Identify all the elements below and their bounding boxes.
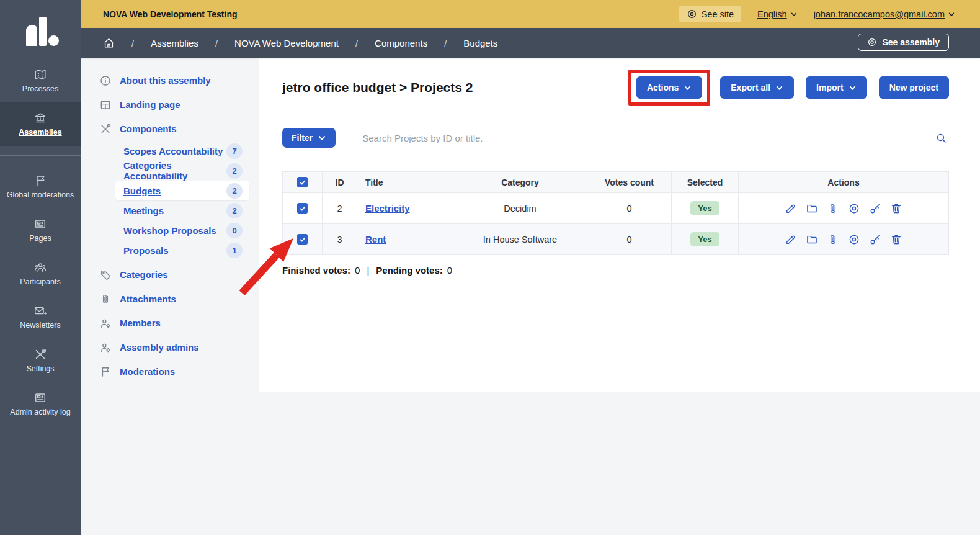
topbar: NOVA Web Development Testing See site En… [81, 0, 980, 28]
sidebar-item-participants[interactable]: Participants [0, 252, 81, 295]
submenu-item-categories[interactable]: Categories [81, 263, 259, 287]
project-title-link[interactable]: Rent [365, 234, 386, 245]
finished-votes-label: Finished votes: [282, 265, 350, 276]
sidebar-item-global-moderations[interactable]: Global moderations [0, 165, 81, 209]
see-site-label: See site [702, 9, 734, 19]
row-checkbox[interactable] [297, 234, 308, 245]
submenu-item-label: Members [120, 318, 161, 328]
user-menu-dropdown[interactable]: johan.francocampos@gmail.com [814, 9, 955, 19]
trash-icon[interactable] [890, 233, 902, 246]
page-title: jetro office budget > Projects 2 [282, 78, 473, 97]
breadcrumb-item-nova-web-development[interactable]: NOVA Web Development [234, 38, 339, 48]
info-icon [99, 74, 112, 87]
search-input[interactable] [362, 133, 933, 143]
count-badge: 1 [226, 243, 243, 258]
export-all-button[interactable]: Export all [720, 76, 794, 99]
component-label: Meetings [123, 205, 164, 216]
breadcrumb-item-components[interactable]: Components [375, 38, 427, 48]
mail-plus-icon [33, 304, 47, 318]
paperclip-icon[interactable] [827, 233, 839, 246]
submenu-component-meetings[interactable]: Meetings 2 [115, 200, 249, 220]
folder-icon[interactable] [806, 202, 818, 215]
edit-pencil-icon[interactable] [785, 202, 797, 215]
sidebar-item-newsletters[interactable]: Newsletters [0, 295, 81, 339]
header-category: Category [453, 172, 587, 193]
breadcrumb-home-link[interactable] [103, 37, 115, 49]
breadcrumb-separator: / [131, 38, 134, 48]
submenu-item-attachments[interactable]: Attachments [81, 287, 259, 311]
sidebar-item-admin-activity-log[interactable]: Admin activity log [0, 382, 81, 426]
project-category-cell: Decidim [453, 193, 587, 224]
actions-button[interactable]: Actions [636, 76, 702, 99]
paperclip-icon[interactable] [827, 202, 839, 215]
breadcrumb-separator: / [215, 38, 218, 48]
filter-button[interactable]: Filter [282, 128, 336, 148]
component-label: Workshop Proposals [123, 225, 216, 236]
submenu-item-landing-page[interactable]: Landing page [81, 92, 259, 117]
breadcrumb-bar: / Assemblies / NOVA Web Development / Co… [81, 28, 980, 58]
breadcrumb-item-budgets[interactable]: Budgets [463, 38, 497, 48]
select-all-checkbox[interactable] [297, 177, 308, 187]
edit-pencil-icon[interactable] [785, 233, 797, 246]
decidim-logo[interactable] [0, 0, 81, 59]
activity-log-icon [33, 391, 47, 405]
language-dropdown[interactable]: English [757, 9, 798, 19]
submenu-component-workshop-proposals[interactable]: Workshop Proposals 0 [115, 220, 249, 240]
count-badge: 7 [226, 143, 243, 159]
submenu-item-label: Components [120, 124, 177, 134]
sidebar-item-settings[interactable]: Settings [0, 339, 81, 382]
flag-icon [33, 174, 47, 187]
key-icon[interactable] [869, 233, 881, 246]
see-assembly-button[interactable]: See assembly [858, 34, 949, 51]
submenu-item-about[interactable]: About this assembly [81, 68, 259, 92]
search-button[interactable] [933, 132, 949, 145]
sidebar-item-label: Admin activity log [9, 408, 71, 417]
votes-separator: | [367, 265, 369, 276]
table-row: 3 Rent In House Software 0 Yes [283, 224, 949, 255]
pending-votes-value: 0 [447, 265, 452, 276]
project-votes-cell: 0 [587, 224, 672, 255]
chevron-down-icon [790, 11, 798, 18]
export-all-label: Export all [731, 83, 770, 92]
submenu-component-categories-accountability[interactable]: Categories Accountability 2 [115, 161, 249, 181]
row-checkbox[interactable] [297, 203, 308, 214]
eye-icon [687, 9, 697, 19]
submenu-item-label: Moderations [120, 366, 175, 377]
import-button[interactable]: Import [806, 76, 867, 99]
new-project-button[interactable]: New project [879, 76, 949, 99]
filter-label: Filter [292, 133, 313, 143]
submenu-item-members[interactable]: Members [81, 311, 259, 335]
folder-icon[interactable] [806, 233, 818, 246]
chevron-down-icon [318, 133, 326, 142]
submenu-component-proposals[interactable]: Proposals 1 [115, 240, 249, 260]
sidebar-item-pages[interactable]: Pages [0, 209, 81, 252]
sidebar-item-label: Participants [19, 278, 61, 287]
see-site-link[interactable]: See site [679, 6, 741, 22]
newspaper-icon [33, 217, 47, 231]
preview-eye-icon[interactable] [848, 233, 860, 246]
submenu-component-budgets[interactable]: Budgets 2 [115, 181, 249, 200]
project-title-link[interactable]: Electricity [365, 203, 410, 214]
submenu-item-label: Categories [120, 269, 168, 280]
member-icon [99, 317, 112, 330]
key-icon[interactable] [869, 202, 881, 215]
preview-eye-icon[interactable] [848, 202, 860, 215]
new-project-label: New project [889, 83, 938, 92]
submenu-item-components[interactable]: Components [81, 117, 259, 141]
sidebar-item-processes[interactable]: Processes [0, 59, 81, 102]
language-label: English [757, 9, 787, 19]
sidebar-item-assemblies[interactable]: Assemblies [0, 102, 81, 146]
submenu-item-label: Attachments [120, 294, 176, 304]
decidim-logo-icon [21, 13, 60, 47]
header-title: Title [357, 172, 453, 193]
submenu-item-assembly-admins[interactable]: Assembly admins [81, 335, 259, 359]
component-label: Budgets [123, 186, 161, 196]
user-email-label: johan.francocampos@gmail.com [814, 9, 945, 19]
breadcrumb-item-assemblies[interactable]: Assemblies [151, 38, 198, 48]
submenu-component-scopes-accountability[interactable]: Scopes Accountability 7 [115, 141, 249, 161]
layout-icon [99, 99, 112, 111]
trash-icon[interactable] [890, 202, 902, 215]
tools-icon [33, 348, 47, 361]
chevron-down-icon [948, 11, 955, 18]
submenu-item-moderations[interactable]: Moderations [81, 359, 259, 384]
